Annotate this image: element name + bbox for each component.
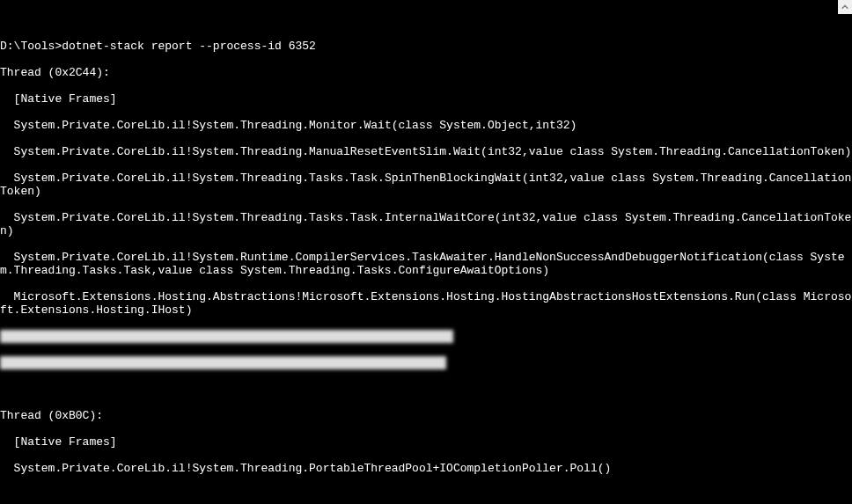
blank-line (0, 488, 852, 501)
stack-frame: [Native Frames] (0, 92, 852, 106)
redacted-line: xxxxxxxxxxxxxxxxxxxxxxxxxxxxxxxxxxxxxxxx… (0, 356, 852, 369)
stack-frame: System.Private.CoreLib.il!System.Threadi… (0, 462, 852, 475)
scroll-up-arrow[interactable] (838, 0, 852, 14)
stack-frame: System.Private.CoreLib.il!System.Threadi… (0, 211, 852, 237)
chevron-up-icon (841, 4, 848, 11)
stack-frame: [Native Frames] (0, 435, 852, 449)
blank-line (0, 13, 852, 26)
redacted-line: xxxxxxxxxxxxxxxxxxxxxxxxxxxxxxxxxxxxxxxx… (0, 330, 852, 343)
terminal-output[interactable]: D:\Tools>dotnet-stack report --process-i… (0, 0, 852, 504)
blank-line (0, 383, 852, 396)
thread-header: Thread (0xB0C): (0, 409, 852, 422)
stack-frame: System.Private.CoreLib.il!System.Threadi… (0, 119, 852, 132)
stack-frame: System.Private.CoreLib.il!System.Threadi… (0, 172, 852, 198)
command-prompt-line: D:\Tools>dotnet-stack report --process-i… (0, 40, 852, 53)
thread-header: Thread (0x2C44): (0, 66, 852, 79)
stack-frame: System.Private.CoreLib.il!System.Runtime… (0, 251, 852, 277)
stack-frame: Microsoft.Extensions.Hosting.Abstraction… (0, 290, 852, 317)
stack-frame: System.Private.CoreLib.il!System.Threadi… (0, 145, 852, 158)
